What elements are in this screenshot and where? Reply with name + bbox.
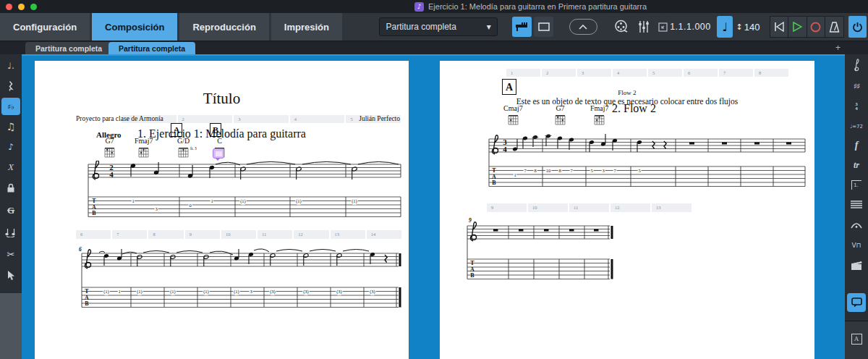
video-button[interactable]	[612, 17, 631, 37]
music-system-1[interactable]: 2 4 T A B 1 3 0	[78, 161, 404, 222]
music-system-1[interactable]: 3 4 T	[485, 132, 809, 205]
score-page-2[interactable]: 12345678 A Flow 2 Este es un objeto de t…	[440, 61, 814, 359]
system-track-cell[interactable]: 11	[569, 203, 609, 212]
zoom-window-button[interactable]	[30, 4, 37, 10]
comment-marker[interactable]	[213, 148, 224, 159]
layout-select-dropdown[interactable]: Partitura completa ▾	[379, 17, 497, 36]
system-track-cell[interactable]: 12	[294, 230, 328, 239]
whole-rests	[493, 229, 599, 232]
chord-symbol[interactable]: G7	[554, 104, 566, 127]
galley-view-button[interactable]	[512, 17, 532, 37]
system-track-cell[interactable]: 5	[648, 69, 682, 77]
system-track-cell[interactable]: 12	[610, 203, 650, 212]
system-track-cell[interactable]: 6	[76, 230, 111, 239]
chord-symbol[interactable]: Fmaj7	[135, 137, 153, 159]
system-track-cell[interactable]: 11	[258, 230, 292, 239]
close-window-button[interactable]	[6, 4, 12, 10]
music-system-2[interactable]: 9 T A B	[461, 214, 624, 287]
scissors-icon[interactable]: ✂	[1, 245, 20, 263]
float-window-button[interactable]	[655, 17, 670, 37]
system-track-cell[interactable]: 7	[719, 69, 753, 77]
ornaments-panel-icon[interactable]: tr	[847, 156, 866, 174]
play-button[interactable]	[788, 16, 807, 38]
beamed-notes-icon[interactable]: ♫	[1, 118, 20, 135]
chord-symbol[interactable]: Fmaj7	[590, 104, 609, 127]
time-signatures-panel-icon[interactable]: 3 4	[847, 98, 866, 115]
music-system-2[interactable]: 6	[75, 246, 404, 313]
repeat-endings-panel-icon[interactable]: 1.	[847, 176, 866, 193]
collapse-toolbar-button[interactable]	[569, 19, 597, 35]
rehearsal-mark-a[interactable]: A	[171, 123, 182, 137]
tuplets-icon[interactable]: X	[1, 159, 20, 176]
system-track-cell[interactable]: 9	[487, 203, 527, 212]
system-track-cell[interactable]: 10	[221, 230, 256, 239]
mode-tab-play[interactable]: Reproducción	[179, 13, 268, 41]
dynamics-panel-icon[interactable]: f	[847, 137, 866, 154]
score-canvas[interactable]: Título 12345 Proyecto para clase de Armo…	[22, 54, 845, 359]
chord-symbol[interactable]: Cmaj7	[503, 104, 523, 127]
record-button[interactable]	[807, 16, 826, 38]
flow-label[interactable]: Flow 2	[440, 89, 814, 96]
flow-heading-2[interactable]: 2. Flow 2	[612, 102, 656, 115]
tempo-display[interactable]: ↕ 140	[736, 22, 760, 33]
mixer-button[interactable]	[634, 17, 653, 37]
project-subtitle[interactable]: Proyecto para clase de Armonía	[76, 115, 163, 122]
system-track-cell[interactable]: 8	[754, 69, 788, 77]
system-track-cell[interactable]: 4	[613, 69, 647, 77]
mode-tab-setup[interactable]: Configuración	[0, 13, 90, 41]
system-track-cell[interactable]: 2	[542, 69, 576, 77]
lines-panel-icon[interactable]	[847, 196, 866, 214]
force-duration-clamp-icon[interactable]: G	[1, 202, 20, 219]
accidentals-icon[interactable]: ♯♭	[1, 98, 20, 115]
document-tab-inactive[interactable]: Partitura completa	[25, 42, 112, 54]
chord-symbol[interactable]: G7	[103, 137, 116, 159]
clapperboard-icon[interactable]	[847, 257, 866, 274]
new-tab-button[interactable]: +	[835, 43, 841, 53]
system-track-cell[interactable]: 2	[178, 115, 233, 123]
tempo-stepper-icon[interactable]: ↕	[736, 22, 742, 32]
mode-tab-write[interactable]: Composición	[92, 13, 177, 41]
system-track-cell[interactable]: 14	[367, 230, 401, 239]
score-page-1[interactable]: Título 12345 Proyecto para clase de Armo…	[35, 61, 409, 359]
system-track-cell[interactable]: 1	[506, 69, 540, 77]
page-view-button[interactable]	[534, 17, 553, 37]
tie-icon[interactable]	[1, 224, 20, 241]
system-track-cell[interactable]: 7	[112, 230, 147, 239]
rehearsal-mark-b[interactable]: B	[210, 123, 221, 137]
comments-panel-icon[interactable]	[847, 293, 866, 312]
system-track-cell[interactable]: 13	[652, 203, 692, 212]
author-name[interactable]: Julián Perfecto	[359, 115, 400, 122]
mode-tab-print[interactable]: Impresión	[271, 13, 342, 41]
fermata-panel-icon[interactable]	[847, 216, 866, 234]
playback-power-button[interactable]	[848, 16, 867, 38]
score-title[interactable]: Título	[35, 90, 409, 108]
system-track-cell[interactable]: 3	[234, 115, 289, 123]
lock-icon[interactable]	[1, 179, 20, 196]
chord-symbol[interactable]: G/D fr. 3	[177, 137, 190, 159]
rewind-button[interactable]	[770, 16, 788, 38]
system-track-cell[interactable]: 9	[185, 230, 220, 239]
tempo-panel-icon[interactable]: ♩=72	[847, 118, 866, 135]
minimize-window-button[interactable]	[18, 4, 25, 10]
note-duration-icon[interactable]: ♩.	[1, 57, 20, 75]
quarter-rest-icon[interactable]	[1, 77, 20, 95]
chord-diagram	[103, 145, 116, 159]
clefs-panel-icon[interactable]	[847, 57, 866, 75]
system-track-cell[interactable]: 6	[684, 69, 718, 77]
tempo-note-unit-button[interactable]: ♩	[717, 16, 733, 38]
pointer-icon[interactable]	[1, 267, 20, 284]
system-track-cell[interactable]: 4	[290, 115, 345, 123]
system-track-cell[interactable]: 8	[148, 230, 183, 239]
metronome-button[interactable]	[825, 16, 844, 38]
text-frame-icon[interactable]: A	[847, 330, 866, 347]
rehearsal-mark-a[interactable]: A	[502, 79, 516, 95]
document-tab-active[interactable]: Partitura completa	[109, 42, 195, 54]
mixer-sliders-icon	[637, 20, 650, 33]
key-signatures-panel-icon[interactable]: ♯♯	[847, 77, 866, 95]
system-track-cell[interactable]: 13	[331, 230, 365, 239]
system-track-cell[interactable]: 10	[528, 203, 568, 212]
grace-note-icon[interactable]: ♪	[1, 138, 20, 156]
record-icon	[810, 22, 821, 33]
playing-techniques-panel-icon[interactable]: V⊓	[847, 237, 866, 254]
system-track-cell[interactable]: 3	[577, 69, 611, 77]
